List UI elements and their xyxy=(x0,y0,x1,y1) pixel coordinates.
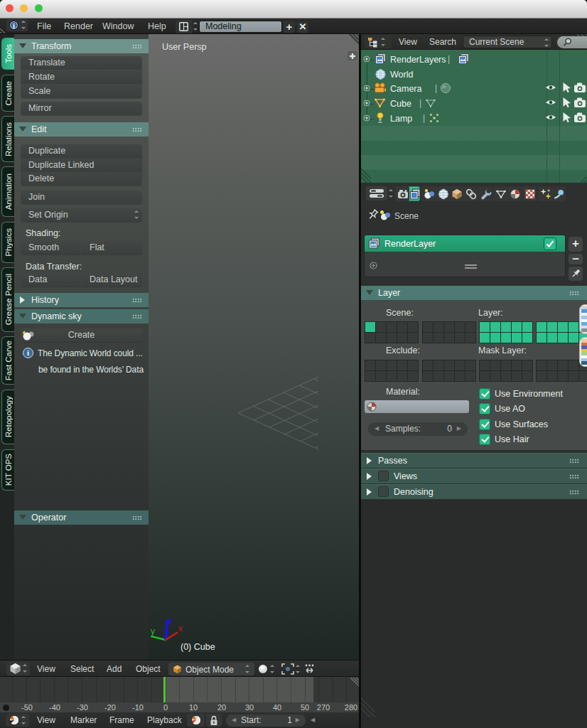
svg-text:y: y xyxy=(151,626,155,636)
svg-text:x: x xyxy=(178,623,183,633)
